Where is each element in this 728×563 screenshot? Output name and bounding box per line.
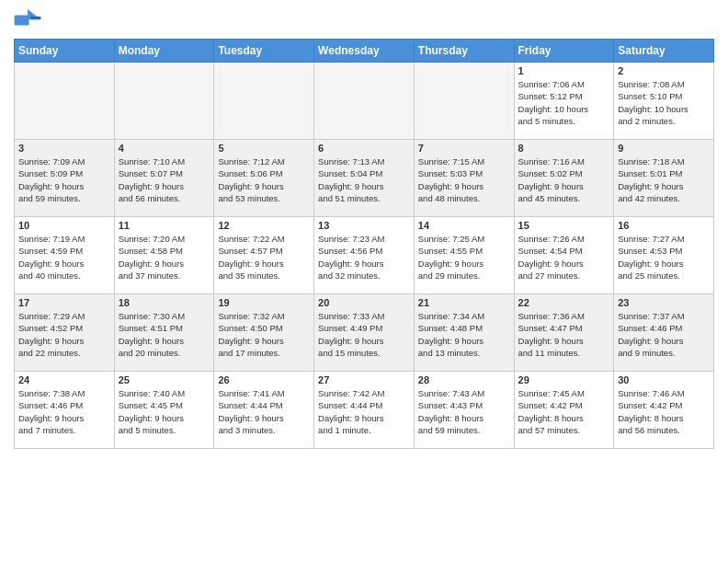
day-info: Sunrise: 7:46 AM Sunset: 4:42 PM Dayligh… — [618, 387, 710, 436]
calendar-cell: 13Sunrise: 7:23 AM Sunset: 4:56 PM Dayli… — [314, 217, 415, 294]
weekday-header-monday: Monday — [114, 40, 214, 63]
calendar-cell — [414, 63, 514, 140]
day-number: 20 — [318, 297, 410, 308]
logo — [14, 9, 45, 31]
calendar-cell: 27Sunrise: 7:42 AM Sunset: 4:44 PM Dayli… — [314, 372, 415, 449]
day-number: 11 — [119, 220, 210, 231]
calendar-cell: 29Sunrise: 7:45 AM Sunset: 4:42 PM Dayli… — [514, 372, 614, 449]
day-info: Sunrise: 7:20 AM Sunset: 4:58 PM Dayligh… — [119, 233, 210, 282]
calendar-cell: 2Sunrise: 7:08 AM Sunset: 5:10 PM Daylig… — [614, 63, 714, 140]
calendar-cell: 30Sunrise: 7:46 AM Sunset: 4:42 PM Dayli… — [614, 372, 714, 449]
calendar-week-5: 24Sunrise: 7:38 AM Sunset: 4:46 PM Dayli… — [15, 372, 714, 449]
day-info: Sunrise: 7:23 AM Sunset: 4:56 PM Dayligh… — [318, 233, 410, 282]
day-info: Sunrise: 7:09 AM Sunset: 5:09 PM Dayligh… — [18, 155, 110, 204]
calendar-week-3: 10Sunrise: 7:19 AM Sunset: 4:59 PM Dayli… — [15, 217, 714, 294]
day-info: Sunrise: 7:38 AM Sunset: 4:46 PM Dayligh… — [18, 387, 110, 436]
day-info: Sunrise: 7:33 AM Sunset: 4:49 PM Dayligh… — [318, 310, 410, 359]
day-info: Sunrise: 7:29 AM Sunset: 4:52 PM Dayligh… — [18, 310, 110, 359]
calendar-week-2: 3Sunrise: 7:09 AM Sunset: 5:09 PM Daylig… — [15, 140, 714, 217]
calendar-cell: 17Sunrise: 7:29 AM Sunset: 4:52 PM Dayli… — [15, 294, 115, 372]
calendar-cell: 19Sunrise: 7:32 AM Sunset: 4:50 PM Dayli… — [214, 294, 314, 372]
weekday-header-friday: Friday — [514, 40, 614, 63]
calendar-cell: 26Sunrise: 7:41 AM Sunset: 4:44 PM Dayli… — [214, 372, 314, 449]
calendar-cell: 23Sunrise: 7:37 AM Sunset: 4:46 PM Dayli… — [614, 294, 714, 372]
day-number: 15 — [518, 220, 610, 231]
logo-icon — [14, 9, 41, 31]
calendar-table: SundayMondayTuesdayWednesdayThursdayFrid… — [14, 39, 714, 449]
day-info: Sunrise: 7:10 AM Sunset: 5:07 PM Dayligh… — [119, 155, 210, 204]
day-number: 12 — [218, 220, 310, 231]
calendar-cell: 14Sunrise: 7:25 AM Sunset: 4:55 PM Dayli… — [414, 217, 514, 294]
day-info: Sunrise: 7:16 AM Sunset: 5:02 PM Dayligh… — [518, 155, 610, 204]
day-number: 4 — [119, 143, 210, 154]
day-number: 27 — [318, 374, 410, 385]
day-info: Sunrise: 7:30 AM Sunset: 4:51 PM Dayligh… — [119, 310, 210, 359]
calendar-cell: 11Sunrise: 7:20 AM Sunset: 4:58 PM Dayli… — [114, 217, 214, 294]
calendar-cell: 28Sunrise: 7:43 AM Sunset: 4:43 PM Dayli… — [414, 372, 514, 449]
day-number: 6 — [318, 143, 410, 154]
weekday-header-row: SundayMondayTuesdayWednesdayThursdayFrid… — [15, 40, 714, 63]
calendar-cell: 21Sunrise: 7:34 AM Sunset: 4:48 PM Dayli… — [414, 294, 514, 372]
header — [14, 9, 714, 31]
day-info: Sunrise: 7:18 AM Sunset: 5:01 PM Dayligh… — [618, 155, 710, 204]
day-info: Sunrise: 7:26 AM Sunset: 4:54 PM Dayligh… — [518, 233, 610, 282]
day-info: Sunrise: 7:12 AM Sunset: 5:06 PM Dayligh… — [218, 155, 310, 204]
day-number: 21 — [418, 297, 510, 308]
calendar-cell: 4Sunrise: 7:10 AM Sunset: 5:07 PM Daylig… — [114, 140, 214, 217]
day-info: Sunrise: 7:45 AM Sunset: 4:42 PM Dayligh… — [518, 387, 610, 436]
day-number: 3 — [18, 143, 110, 154]
day-number: 10 — [18, 220, 110, 231]
day-number: 7 — [418, 143, 510, 154]
day-info: Sunrise: 7:40 AM Sunset: 4:45 PM Dayligh… — [119, 387, 210, 436]
calendar-cell: 6Sunrise: 7:13 AM Sunset: 5:04 PM Daylig… — [314, 140, 415, 217]
day-info: Sunrise: 7:08 AM Sunset: 5:10 PM Dayligh… — [618, 78, 710, 127]
day-info: Sunrise: 7:43 AM Sunset: 4:43 PM Dayligh… — [418, 387, 510, 436]
svg-marker-2 — [30, 17, 40, 19]
day-info: Sunrise: 7:37 AM Sunset: 4:46 PM Dayligh… — [618, 310, 710, 359]
weekday-header-wednesday: Wednesday — [314, 40, 415, 63]
calendar-cell: 7Sunrise: 7:15 AM Sunset: 5:03 PM Daylig… — [414, 140, 514, 217]
day-info: Sunrise: 7:27 AM Sunset: 4:53 PM Dayligh… — [618, 233, 710, 282]
calendar-cell: 20Sunrise: 7:33 AM Sunset: 4:49 PM Dayli… — [314, 294, 415, 372]
calendar-cell: 24Sunrise: 7:38 AM Sunset: 4:46 PM Dayli… — [15, 372, 115, 449]
day-info: Sunrise: 7:19 AM Sunset: 4:59 PM Dayligh… — [18, 233, 110, 282]
page: SundayMondayTuesdayWednesdayThursdayFrid… — [0, 0, 728, 563]
svg-rect-0 — [15, 15, 29, 25]
calendar-cell: 5Sunrise: 7:12 AM Sunset: 5:06 PM Daylig… — [214, 140, 314, 217]
day-info: Sunrise: 7:06 AM Sunset: 5:12 PM Dayligh… — [518, 78, 610, 127]
day-number: 16 — [618, 220, 710, 231]
calendar-cell: 15Sunrise: 7:26 AM Sunset: 4:54 PM Dayli… — [514, 217, 614, 294]
calendar-cell: 9Sunrise: 7:18 AM Sunset: 5:01 PM Daylig… — [614, 140, 714, 217]
calendar-cell — [114, 63, 214, 140]
day-info: Sunrise: 7:22 AM Sunset: 4:57 PM Dayligh… — [218, 233, 310, 282]
day-number: 25 — [119, 374, 210, 385]
calendar-cell: 25Sunrise: 7:40 AM Sunset: 4:45 PM Dayli… — [114, 372, 214, 449]
day-number: 24 — [18, 374, 110, 385]
calendar-cell: 3Sunrise: 7:09 AM Sunset: 5:09 PM Daylig… — [15, 140, 115, 217]
day-number: 5 — [218, 143, 310, 154]
calendar-cell: 18Sunrise: 7:30 AM Sunset: 4:51 PM Dayli… — [114, 294, 214, 372]
day-info: Sunrise: 7:36 AM Sunset: 4:47 PM Dayligh… — [518, 310, 610, 359]
weekday-header-thursday: Thursday — [414, 40, 514, 63]
calendar-cell: 16Sunrise: 7:27 AM Sunset: 4:53 PM Dayli… — [614, 217, 714, 294]
calendar-cell: 12Sunrise: 7:22 AM Sunset: 4:57 PM Dayli… — [214, 217, 314, 294]
calendar-cell — [214, 63, 314, 140]
calendar-cell: 1Sunrise: 7:06 AM Sunset: 5:12 PM Daylig… — [514, 63, 614, 140]
day-number: 14 — [418, 220, 510, 231]
weekday-header-sunday: Sunday — [15, 40, 115, 63]
day-number: 30 — [618, 374, 710, 385]
calendar-cell: 10Sunrise: 7:19 AM Sunset: 4:59 PM Dayli… — [15, 217, 115, 294]
day-number: 28 — [418, 374, 510, 385]
day-number: 29 — [518, 374, 610, 385]
weekday-header-saturday: Saturday — [614, 40, 714, 63]
day-info: Sunrise: 7:34 AM Sunset: 4:48 PM Dayligh… — [418, 310, 510, 359]
day-info: Sunrise: 7:32 AM Sunset: 4:50 PM Dayligh… — [218, 310, 310, 359]
calendar-cell — [314, 63, 415, 140]
day-number: 8 — [518, 143, 610, 154]
day-number: 22 — [518, 297, 610, 308]
calendar-week-4: 17Sunrise: 7:29 AM Sunset: 4:52 PM Dayli… — [15, 294, 714, 372]
day-number: 26 — [218, 374, 310, 385]
day-info: Sunrise: 7:13 AM Sunset: 5:04 PM Dayligh… — [318, 155, 410, 204]
day-info: Sunrise: 7:15 AM Sunset: 5:03 PM Dayligh… — [418, 155, 510, 204]
calendar-week-1: 1Sunrise: 7:06 AM Sunset: 5:12 PM Daylig… — [15, 63, 714, 140]
